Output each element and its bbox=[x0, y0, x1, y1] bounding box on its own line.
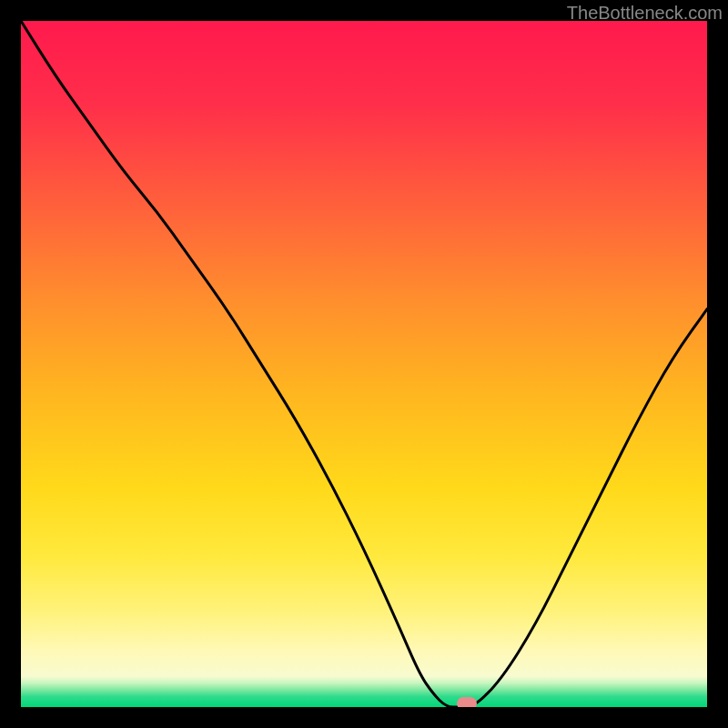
bottleneck-curve bbox=[21, 21, 707, 707]
watermark-text: TheBottleneck.com bbox=[567, 3, 723, 24]
optimal-marker bbox=[457, 697, 477, 707]
chart-plot-area bbox=[21, 21, 707, 707]
